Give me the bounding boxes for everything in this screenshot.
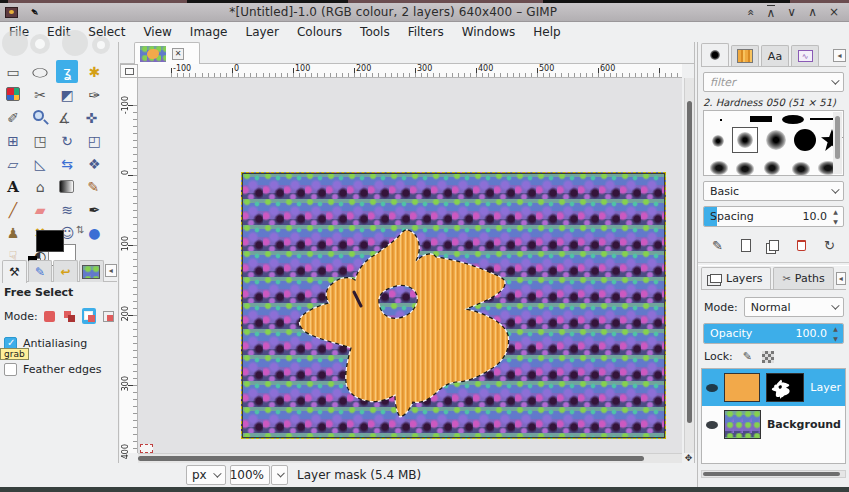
layer-list-scrollbar[interactable] — [701, 470, 846, 478]
lock-alpha-icon[interactable] — [762, 351, 774, 363]
swap-colors-icon[interactable]: ⇄ — [75, 225, 86, 233]
tool-perspective[interactable]: ◺ — [29, 152, 51, 175]
horizontal-scrollbar[interactable] — [138, 453, 682, 463]
tab-document-history[interactable]: ∿ — [791, 45, 819, 66]
tab-fonts[interactable]: Aa — [761, 45, 789, 66]
menu-filters[interactable]: Filters — [399, 23, 453, 41]
brush-ellipse[interactable] — [782, 115, 804, 124]
menu-layer[interactable]: Layer — [236, 23, 287, 41]
tab-layers[interactable]: Layers — [701, 267, 771, 289]
canvas-navigation-icon[interactable]: ✥ — [683, 453, 694, 463]
brush-hardness-075[interactable] — [766, 130, 786, 150]
tool-text[interactable]: A — [2, 175, 24, 198]
brush-scrollbar-thumb[interactable] — [835, 116, 840, 159]
tool-select-by-colour[interactable] — [6, 87, 20, 101]
menu-windows[interactable]: Windows — [453, 23, 525, 41]
brush-hardness-025[interactable] — [712, 135, 724, 147]
tool-move[interactable]: ✜ — [80, 106, 102, 129]
mode-subtract-button[interactable] — [82, 308, 97, 324]
tool-free-select[interactable]: ʓ — [56, 60, 78, 83]
tool-fuzzy-select[interactable]: ✱ — [83, 60, 105, 83]
dock-expand-icon[interactable]: ◂ — [105, 264, 117, 277]
foreground-color-swatch[interactable] — [36, 230, 64, 252]
tool-cage-transform[interactable]: ⌂ — [29, 175, 51, 198]
brush-acrylic[interactable] — [736, 162, 754, 176]
tool-rectangle-select[interactable]: ▭ — [2, 60, 24, 83]
titlebar[interactable]: ✒ *[Untitled]-1.0 (RGB colour, 2 layers)… — [0, 3, 849, 22]
tool-shear[interactable]: ▱ — [2, 152, 24, 175]
tool-gradient[interactable] — [59, 180, 74, 193]
minimize-button[interactable]: ∨ — [787, 5, 796, 20]
tool-zoom[interactable] — [33, 110, 44, 121]
tool-foreground-select[interactable]: ◩ — [56, 83, 78, 106]
delete-brush-button[interactable] — [797, 240, 806, 251]
menu-tools[interactable]: Tools — [351, 23, 399, 41]
feather-edges-checkbox[interactable] — [4, 363, 17, 376]
tool-scale[interactable]: ◰ — [83, 129, 105, 152]
brush-set-select[interactable]: Basic — [703, 181, 844, 201]
dock-menu-icon[interactable]: ◂ — [833, 49, 846, 62]
layer-mask-thumbnail[interactable] — [766, 373, 804, 402]
tool-ink[interactable]: ✒ — [83, 198, 105, 221]
brush-pixel[interactable] — [720, 119, 722, 121]
menu-view[interactable]: View — [134, 23, 180, 41]
menu-image[interactable]: Image — [181, 23, 237, 41]
image-tab[interactable]: ✕ — [134, 42, 200, 64]
vertical-ruler[interactable]: -100 0 100 200 300 400 — [120, 78, 138, 453]
tab-brushes[interactable] — [701, 43, 729, 66]
spacing-slider[interactable]: Spacing 10.0 ▲▼ — [703, 206, 844, 227]
unit-select[interactable]: px — [186, 465, 226, 485]
background-thumbnail[interactable] — [724, 410, 761, 439]
vertical-scrollbar[interactable] — [684, 78, 694, 453]
tool-flip[interactable]: ⇆ — [56, 152, 78, 175]
brush-grid[interactable] — [703, 110, 844, 176]
tool-eraser[interactable]: ▰ — [29, 198, 51, 221]
zoom-dropdown-button[interactable] — [271, 465, 288, 485]
brush-acrylic[interactable] — [792, 162, 810, 176]
tool-ellipse-select[interactable]: ◯ — [29, 64, 51, 78]
opacity-slider[interactable]: Opacity 100.0 ▲▼ — [703, 323, 844, 344]
canvas-image[interactable] — [241, 172, 666, 439]
image-tab-close-icon[interactable]: ✕ — [172, 48, 184, 60]
tab-paths[interactable]: ✂ Paths — [773, 267, 833, 289]
tool-rotate[interactable]: ↻ — [56, 129, 78, 152]
tab-tool-options[interactable]: ⚒ — [2, 260, 27, 283]
shade-button[interactable]: ∧ — [767, 5, 776, 20]
tool-paths[interactable]: ✑ — [83, 83, 105, 106]
horizontal-scrollbar-thumb[interactable] — [138, 456, 644, 461]
keep-above-button[interactable]: « — [743, 8, 758, 15]
menu-colours[interactable]: Colours — [288, 23, 351, 41]
image-viewport[interactable] — [138, 78, 682, 453]
tab-image-thumbnail[interactable] — [79, 260, 104, 282]
lock-pixels-icon[interactable]: ✎ — [743, 350, 752, 363]
tool-align[interactable]: ⊞ — [2, 129, 24, 152]
tab-undo-history[interactable]: ↩ — [53, 260, 78, 282]
brush-hardness-050[interactable] — [737, 132, 753, 148]
mode-replace-button[interactable] — [43, 308, 58, 324]
brush-filter-input[interactable]: filter — [703, 72, 844, 92]
tool-airbrush[interactable]: ≋ — [56, 198, 78, 221]
tool-pencil[interactable]: ✎ — [82, 175, 104, 198]
new-brush-button[interactable] — [741, 239, 751, 252]
close-button[interactable]: × — [829, 5, 839, 20]
brush-block[interactable] — [750, 116, 772, 122]
tool-measure[interactable]: ∡ — [53, 106, 75, 129]
opacity-spinner[interactable]: ▲▼ — [830, 325, 841, 342]
refresh-brushes-button[interactable]: ↻ — [824, 238, 835, 253]
layer-list-scrollbar-thumb[interactable] — [703, 472, 840, 476]
tool-handle-transform[interactable]: ❖ — [83, 152, 105, 175]
tab-patterns[interactable] — [731, 45, 759, 66]
layer-row-background[interactable]: Background — [702, 406, 845, 443]
tool-colour-picker[interactable]: ✐ — [2, 106, 24, 129]
vertical-scrollbar-thumb[interactable] — [687, 101, 692, 424]
tool-clone[interactable]: ♟ — [2, 221, 24, 244]
mode-add-button[interactable] — [62, 308, 77, 324]
tool-crop[interactable]: ◳ — [29, 129, 51, 152]
tab-device-status[interactable]: ✎ — [28, 260, 53, 282]
layer-thumbnail[interactable] — [724, 373, 761, 402]
brush-acrylic[interactable] — [764, 161, 780, 175]
spacing-spinner[interactable]: ▲▼ — [830, 208, 841, 225]
visibility-eye-icon[interactable] — [706, 421, 718, 429]
edit-brush-button[interactable]: ✎ — [712, 238, 723, 253]
maximize-button[interactable]: ∧ — [808, 5, 817, 20]
